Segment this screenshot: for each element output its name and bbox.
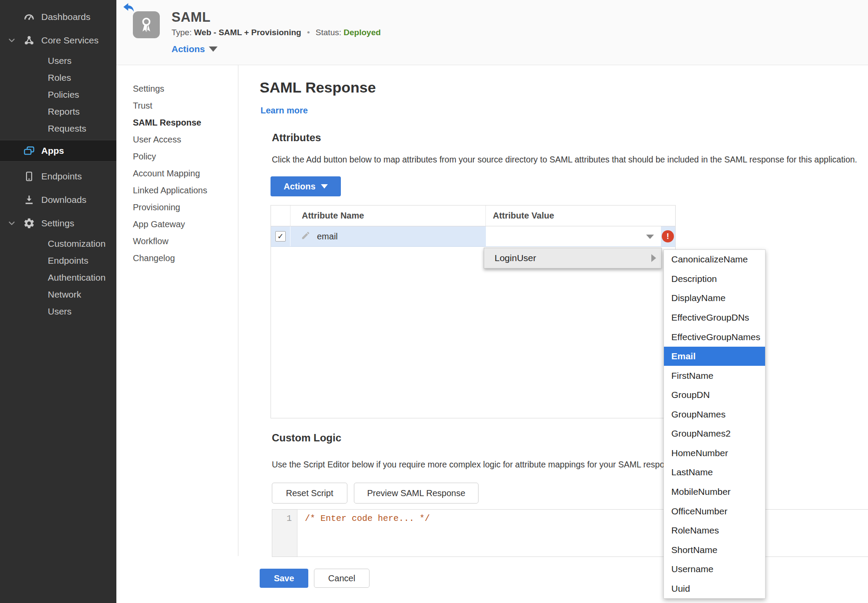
status-label: Status:	[316, 28, 341, 37]
sidebar-item-label: Downloads	[41, 195, 86, 205]
submenu-item-homenumber[interactable]: HomeNumber	[664, 444, 765, 463]
submenu-item-groupnames2[interactable]: GroupNames2	[664, 424, 765, 444]
submenu-item-canonicalizename[interactable]: CanonicalizeName	[664, 250, 765, 269]
sidebar-item-reports[interactable]: Reports	[0, 103, 116, 120]
sidebar-item-roles[interactable]: Roles	[0, 69, 116, 86]
custom-logic-heading: Custom Logic	[272, 432, 341, 444]
attributes-description: Click the Add button below to map attrib…	[272, 155, 857, 165]
submenu-item-uuid[interactable]: Uuid	[664, 579, 765, 599]
attributes-heading: Attributes	[272, 132, 321, 144]
submenu-arrow-icon	[651, 254, 656, 262]
reset-script-button[interactable]: Reset Script	[272, 483, 347, 504]
submenu-item-officenumber[interactable]: OfficeNumber	[664, 501, 765, 521]
tab-trust[interactable]: Trust	[133, 99, 233, 116]
tab-saml-response[interactable]: SAML Response	[133, 116, 233, 133]
attributes-table: Attribute Name Attribute Value ✓ email !	[271, 205, 676, 418]
tab-user-access[interactable]: User Access	[133, 133, 233, 149]
save-button[interactable]: Save	[260, 569, 308, 588]
sidebar-item-dashboards[interactable]: Dashboards	[0, 5, 116, 29]
core-services-icon	[23, 34, 36, 47]
tab-settings[interactable]: Settings	[133, 82, 233, 99]
sidebar-item-requests[interactable]: Requests	[0, 120, 116, 137]
submenu-item-description[interactable]: Description	[664, 269, 765, 289]
award-ribbon-icon	[137, 15, 156, 34]
submenu-item-groupdn[interactable]: GroupDN	[664, 385, 765, 405]
sidebar-item-core-services[interactable]: Core Services	[0, 29, 116, 52]
column-header-attribute-name: Attribute Name	[290, 205, 486, 226]
sidebar-item-label: Settings	[41, 218, 74, 229]
attribute-value-menu[interactable]: LoginUser	[484, 248, 662, 268]
phone-icon	[23, 170, 36, 183]
edit-pencil-icon[interactable]	[301, 231, 310, 242]
attribute-name-value: email	[317, 232, 338, 242]
app-subtitle: Type: Web - SAML + Provisioning • Status…	[172, 28, 381, 37]
dropdown-caret-icon	[646, 235, 654, 239]
submenu-item-rolenames[interactable]: RoleNames	[664, 521, 765, 540]
header-actions-menu[interactable]: Actions	[172, 44, 218, 54]
editor-line-gutter: 1	[272, 510, 297, 557]
sidebar-item-settings-users[interactable]: Users	[0, 303, 116, 320]
app-config-nav: Settings Trust SAML Response User Access…	[133, 82, 233, 268]
submenu-item-firstname[interactable]: FirstName	[664, 366, 765, 385]
separator-dot: •	[307, 28, 310, 37]
sidebar-item-users[interactable]: Users	[0, 52, 116, 69]
sidebar-item-settings[interactable]: Settings	[0, 212, 116, 235]
select-column-header	[271, 205, 290, 226]
editor-code-area[interactable]: /* Enter code here... */	[297, 510, 868, 557]
tab-account-mapping[interactable]: Account Mapping	[133, 166, 233, 183]
menu-item-loginuser[interactable]: LoginUser	[495, 253, 536, 263]
tab-workflow[interactable]: Workflow	[133, 234, 233, 251]
table-header-row: Attribute Name Attribute Value	[271, 205, 675, 226]
type-label: Type:	[172, 28, 191, 37]
submenu-item-effectivegroupdns[interactable]: EffectiveGroupDNs	[664, 308, 765, 328]
gauge-icon	[23, 10, 36, 23]
cancel-button[interactable]: Cancel	[314, 569, 370, 588]
sidebar-item-customization[interactable]: Customization	[0, 235, 116, 252]
sidebar-item-network[interactable]: Network	[0, 286, 116, 303]
submenu-item-displayname[interactable]: DisplayName	[664, 288, 765, 308]
sidebar-item-authentication[interactable]: Authentication	[0, 269, 116, 286]
sidebar-item-endpoints[interactable]: Endpoints	[0, 165, 116, 188]
tab-policy[interactable]: Policy	[133, 149, 233, 166]
download-icon	[23, 193, 36, 206]
chevron-down-icon[interactable]	[7, 36, 17, 45]
tab-linked-applications[interactable]: Linked Applications	[133, 183, 233, 200]
row-checkbox[interactable]: ✓	[275, 231, 286, 242]
app-title: SAML	[172, 10, 211, 25]
back-arrow-icon[interactable]	[123, 3, 135, 14]
chevron-down-icon[interactable]	[7, 219, 17, 228]
column-header-attribute-value: Attribute Value	[486, 205, 675, 226]
loginuser-attribute-submenu: CanonicalizeName Description DisplayName…	[663, 249, 766, 599]
tab-provisioning[interactable]: Provisioning	[133, 200, 233, 217]
caret-down-icon	[209, 46, 218, 52]
apps-icon	[23, 144, 36, 157]
submenu-item-username[interactable]: Username	[664, 560, 765, 579]
preview-saml-response-button[interactable]: Preview SAML Response	[354, 483, 479, 504]
app-header: SAML Type: Web - SAML + Provisioning • S…	[116, 0, 868, 65]
sidebar-item-label: Apps	[41, 146, 64, 156]
submenu-item-shortname[interactable]: ShortName	[664, 540, 765, 560]
submenu-item-mobilenumber[interactable]: MobileNumber	[664, 482, 765, 502]
custom-logic-description: Use the Script Editor below if you requi…	[272, 460, 680, 470]
submenu-item-groupnames[interactable]: GroupNames	[664, 405, 765, 424]
submenu-item-email[interactable]: Email	[664, 347, 765, 366]
page-title: SAML Response	[260, 79, 376, 96]
tab-changelog[interactable]: Changelog	[133, 251, 233, 268]
type-value: Web - SAML + Provisioning	[194, 28, 301, 37]
validation-error-icon: !	[662, 230, 674, 242]
sidebar-item-policies[interactable]: Policies	[0, 86, 116, 103]
submenu-item-effectivegroupnames[interactable]: EffectiveGroupNames	[664, 327, 765, 347]
saml-app-badge	[133, 11, 160, 38]
gear-icon	[23, 217, 36, 230]
tab-app-gateway[interactable]: App Gateway	[133, 217, 233, 234]
submenu-item-lastname[interactable]: LastName	[664, 463, 765, 482]
learn-more-link[interactable]: Learn more	[261, 106, 308, 116]
sidebar-item-downloads[interactable]: Downloads	[0, 188, 116, 212]
attribute-value-dropdown[interactable]	[486, 226, 661, 246]
sidebar-item-settings-endpoints[interactable]: Endpoints	[0, 252, 116, 269]
status-badge: Deployed	[343, 28, 381, 37]
sidebar-item-apps[interactable]: Apps	[0, 140, 116, 162]
attributes-actions-button[interactable]: Actions	[271, 176, 341, 196]
script-editor: 1 /* Enter code here... */	[272, 509, 868, 557]
table-row[interactable]: ✓ email !	[271, 226, 675, 247]
